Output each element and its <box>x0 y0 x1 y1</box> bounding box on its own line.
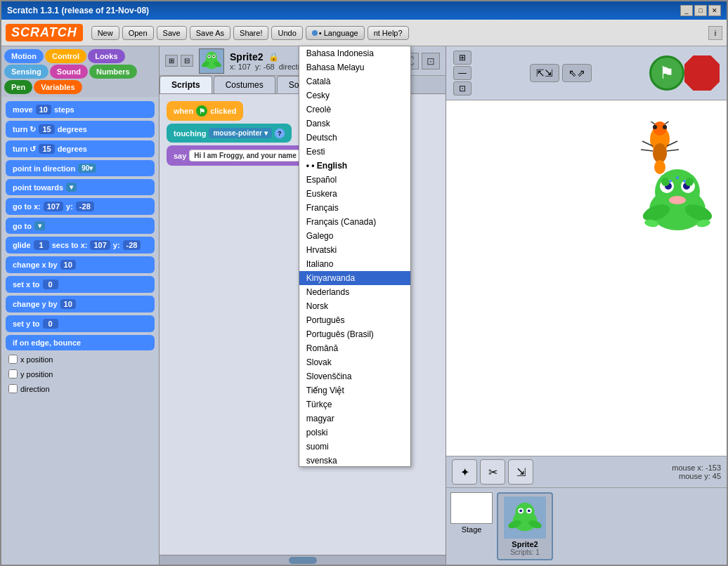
zoom-in-btn[interactable]: ⊞ <box>453 51 472 65</box>
resize-large-btn[interactable]: ⊟ <box>181 55 193 67</box>
save-button[interactable]: Save <box>157 26 187 40</box>
block-set-y[interactable]: set y to 0 <box>6 315 155 332</box>
category-motion[interactable]: Motion <box>4 49 44 63</box>
stop-button[interactable] <box>684 55 720 91</box>
lang-item-turkce[interactable]: Türkçe <box>299 397 410 412</box>
lang-item-portugues-br[interactable]: Português (Brasil) <box>299 327 410 341</box>
svg-point-40 <box>519 509 522 512</box>
minimize-button[interactable]: _ <box>680 5 693 16</box>
mouse-x: mouse x: -153 <box>672 463 721 472</box>
block-set-x[interactable]: set x to 0 <box>6 276 155 293</box>
svg-point-37 <box>515 503 534 522</box>
main-window: Scratch 1.3.1 (release of 21-Nov-08) _ □… <box>0 0 728 566</box>
lang-item-svenska[interactable]: svenska <box>299 454 410 467</box>
resize-small-btn[interactable]: ⊞ <box>165 55 178 67</box>
fullscreen-btn[interactable]: ⇖⇗ <box>562 64 592 82</box>
lang-item-polski[interactable]: polski <box>299 426 410 440</box>
lang-item-kinyarwanda[interactable]: Kinyarwanda <box>299 271 410 285</box>
undo-button[interactable]: Undo <box>271 26 302 40</box>
block-goto-xy[interactable]: go to x: 107 y: -28 <box>6 198 155 215</box>
direction-checkbox[interactable] <box>8 384 18 393</box>
lang-item-dansk[interactable]: Dansk <box>299 117 410 131</box>
lang-item-creole[interactable]: Creolè <box>299 103 410 117</box>
maximize-button[interactable]: □ <box>694 5 707 16</box>
lang-item-slovak[interactable]: Slovak <box>299 355 410 369</box>
svg-point-33 <box>669 180 672 183</box>
category-looks[interactable]: Looks <box>88 49 124 63</box>
stage-thumbnail[interactable]: Stage <box>450 492 493 534</box>
stage-label: Stage <box>462 525 482 534</box>
lang-item-portugues[interactable]: Português <box>299 313 410 327</box>
lang-item-eesti[interactable]: Eesti <box>299 145 410 159</box>
lang-item-bahasa-indo[interactable]: Bahasa Indonesia <box>299 46 410 60</box>
block-turn-ccw[interactable]: turn ↺ 15 degrees <box>6 140 155 157</box>
share-button[interactable]: Share! <box>233 26 268 40</box>
category-sensing[interactable]: Sensing <box>4 65 48 79</box>
when-clicked-block[interactable]: when ⚑ clicked <box>167 101 243 121</box>
help-button[interactable]: nt Help? <box>368 26 409 40</box>
shrink-stage-btn[interactable]: ⊡ <box>422 53 440 70</box>
block-change-x[interactable]: change x by 10 <box>6 256 155 273</box>
svg-point-26 <box>669 196 686 204</box>
block-move[interactable]: move 10 steps <box>6 101 155 118</box>
block-point-dir[interactable]: point in direction 90▾ <box>6 160 155 176</box>
lang-item-euskera[interactable]: Euskera <box>299 187 410 201</box>
normal-view-btn[interactable]: ⇱⇲ <box>530 64 559 82</box>
block-point-towards[interactable]: point towards ▾ <box>6 179 155 195</box>
close-button[interactable]: ✕ <box>708 5 721 16</box>
lang-item-hrvatski[interactable]: Hrvatski <box>299 243 410 257</box>
category-numbers[interactable]: Numbers <box>89 65 137 79</box>
category-pen[interactable]: Pen <box>4 80 32 94</box>
tab-scripts[interactable]: Scripts <box>160 76 212 93</box>
category-sound[interactable]: Sound <box>50 65 88 79</box>
title-bar: Scratch 1.3.1 (release of 21-Nov-08) _ □… <box>1 1 727 20</box>
lang-item-galego[interactable]: Galego <box>299 229 410 243</box>
xpos-checkbox[interactable] <box>8 355 18 364</box>
language-button[interactable]: • Language <box>306 26 365 40</box>
lang-item-espanol[interactable]: Español <box>299 173 410 187</box>
lang-item-bahasa-malay[interactable]: Bahasa Melayu <box>299 60 410 74</box>
lang-item-francais[interactable]: Français <box>299 201 410 215</box>
info-icon[interactable]: i <box>708 26 722 40</box>
grow-tool-btn[interactable]: ⇲ <box>508 459 533 485</box>
lang-item-cesky[interactable]: Cesky <box>299 88 410 103</box>
zoom-out-btn[interactable]: — <box>453 66 472 80</box>
zoom-fit-btn[interactable]: ⊡ <box>453 81 472 96</box>
block-turn-cw[interactable]: turn ↻ 15 degrees <box>6 121 155 138</box>
lang-item-slovenscina[interactable]: Slovenščina <box>299 369 410 383</box>
green-flag-button[interactable]: ⚑ <box>649 55 684 91</box>
sprite2-thumbnail[interactable]: Sprite2 Scripts: 1 <box>497 492 553 560</box>
block-change-y[interactable]: change y by 10 <box>6 296 155 312</box>
open-button[interactable]: Open <box>122 26 154 40</box>
language-dropdown-menu: Bahasa Indonesia Bahasa Melayu Català Ce… <box>299 46 411 467</box>
ypos-checkbox[interactable] <box>8 369 18 379</box>
scratch-logo: SCRATCH <box>6 24 83 41</box>
touching-dropdown[interactable]: mouse-pointer ▾ <box>209 128 271 138</box>
saveas-button[interactable]: Save As <box>190 26 230 40</box>
lang-item-romana[interactable]: Română <box>299 341 410 355</box>
lang-item-norsk[interactable]: Norsk <box>299 299 410 313</box>
block-glide[interactable]: glide 1 secs to x: 107 y: -28 <box>6 237 155 254</box>
checkbox-xpos: x position <box>6 353 155 365</box>
tab-costumes[interactable]: Costumes <box>214 76 275 93</box>
lang-item-suomi[interactable]: suomi <box>299 440 410 454</box>
horizontal-scrollbar[interactable] <box>160 555 446 565</box>
touching-block[interactable]: touching mouse-pointer ▾ ? <box>167 124 292 143</box>
lang-item-english[interactable]: • English <box>299 159 410 173</box>
lang-item-tieng-viet[interactable]: Tiếng Việt <box>299 383 410 397</box>
cut-tool-btn[interactable]: ✂ <box>480 459 505 485</box>
lang-item-magyar[interactable]: magyar <box>299 412 410 426</box>
lang-item-catala[interactable]: Català <box>299 74 410 88</box>
new-button[interactable]: New <box>91 26 119 40</box>
scroll-thumb[interactable] <box>289 557 317 564</box>
sprite-name: Sprite2 <box>230 51 263 62</box>
category-variables[interactable]: Variables <box>34 80 82 94</box>
category-control[interactable]: Control <box>45 49 86 63</box>
stamp-tool-btn[interactable]: ✦ <box>452 459 477 485</box>
lang-item-francais-ca[interactable]: Français (Canada) <box>299 215 410 229</box>
lang-item-deutsch[interactable]: Deutsch <box>299 131 410 145</box>
block-goto[interactable]: go to ▾ <box>6 218 155 234</box>
lang-item-italiano[interactable]: Italiano <box>299 257 410 271</box>
lang-item-nederlands[interactable]: Nederlands <box>299 285 410 299</box>
block-if-edge[interactable]: if on edge, bounce <box>6 335 155 350</box>
